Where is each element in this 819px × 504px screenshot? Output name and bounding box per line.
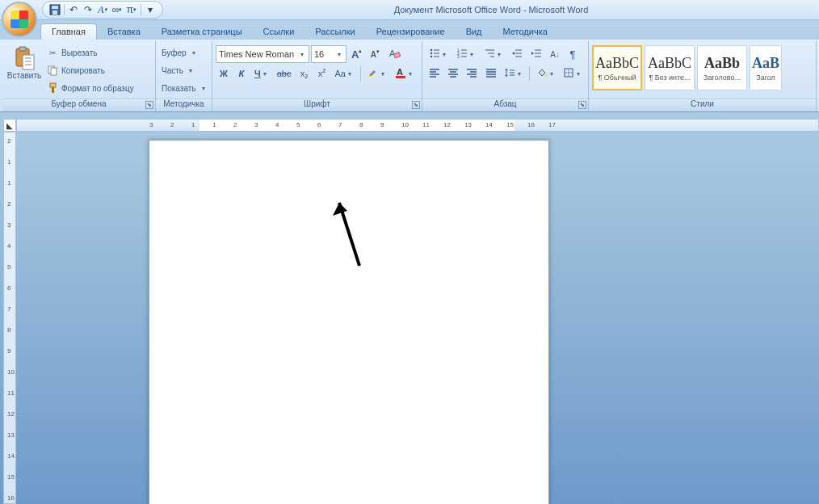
underline-button[interactable]: Ч▾	[251, 65, 272, 82]
align-left-button[interactable]	[426, 65, 443, 82]
subscript-button[interactable]: x2	[296, 65, 312, 82]
align-center-button[interactable]	[444, 65, 461, 82]
copy-label: Копировать	[61, 66, 105, 75]
style-preview: AaBbC	[648, 55, 691, 72]
change-case-button[interactable]: Aa▾	[331, 65, 356, 82]
part-button[interactable]: Часть▾	[159, 62, 210, 78]
style-heading2[interactable]: AaBЗагол	[750, 45, 782, 90]
style-heading1[interactable]: AaBbЗаголово...	[697, 45, 747, 90]
style-name: ¶ Без инте...	[649, 74, 690, 82]
style-no-spacing[interactable]: AaBbC¶ Без инте...	[645, 45, 695, 90]
tab-view[interactable]: Вид	[456, 24, 493, 40]
superscript-button[interactable]: x2	[313, 65, 330, 82]
line-spacing-button[interactable]: ▾	[501, 65, 526, 82]
align-right-icon	[466, 67, 477, 80]
paste-label: Вставить	[7, 71, 41, 80]
outdent-icon	[511, 48, 523, 61]
tab-insert[interactable]: Вставка	[97, 24, 151, 40]
ribbon: Вставить ✂Вырезать Копировать Формат по …	[0, 40, 819, 112]
vertical-ruler[interactable]: 21123456789101112131415161718	[3, 132, 16, 504]
tab-page-layout[interactable]: Разметка страницы	[151, 24, 253, 40]
multilevel-button[interactable]: ▾	[481, 45, 506, 63]
format-painter-button[interactable]: Формат по образцу	[44, 80, 136, 96]
italic-button[interactable]: К	[233, 65, 250, 82]
grow-font-button[interactable]: A▴	[348, 45, 365, 63]
numbering-button[interactable]: 123▾	[453, 45, 479, 63]
group-clipboard: Вставить ✂Вырезать Копировать Формат по …	[2, 41, 156, 111]
buffer-button[interactable]: Буфер▾	[159, 44, 210, 61]
redo-icon[interactable]: ↷	[82, 4, 94, 15]
show-button[interactable]: Показать▾	[159, 80, 210, 96]
quick-access-toolbar: ↶ ↷ A▾ ∞▾ π▾ ▾	[42, 1, 163, 19]
part-label: Часть	[162, 66, 183, 75]
highlight-button[interactable]: ▾	[364, 65, 390, 82]
cut-label: Вырезать	[61, 48, 97, 57]
strike-button[interactable]: abc	[274, 65, 295, 82]
group-paragraph-title: Абзац⬊	[422, 99, 588, 111]
undo-icon[interactable]: ↶	[68, 4, 79, 15]
show-marks-button[interactable]: ¶	[565, 45, 581, 63]
paste-button[interactable]: Вставить	[6, 43, 43, 99]
font-color-button[interactable]: A▾	[392, 65, 418, 82]
font-size-combo[interactable]: 16▾	[311, 45, 346, 63]
paragraph-launcher[interactable]: ⬊	[578, 101, 586, 109]
justify-button[interactable]	[482, 65, 499, 82]
scissors-icon: ✂	[47, 47, 58, 58]
document-page[interactable]	[149, 140, 549, 504]
decrease-indent-button[interactable]	[508, 45, 526, 63]
align-right-button[interactable]	[464, 65, 481, 82]
group-paragraph: ▾ 123▾ ▾ A↓ ¶ ▾ ▾ ▾ Абзац⬊	[422, 41, 589, 111]
tab-metodichka[interactable]: Методичка	[493, 24, 558, 40]
bullets-button[interactable]: ▾	[426, 45, 452, 63]
svg-rect-17	[396, 76, 405, 78]
style-normal[interactable]: AaBbC¶ Обычный	[592, 45, 642, 90]
group-styles-title: Стили	[589, 99, 816, 111]
buffer-label: Буфер	[162, 48, 187, 57]
bullets-icon	[429, 48, 440, 61]
indent-icon	[531, 48, 542, 61]
qat-more-icon[interactable]: ▾	[145, 4, 156, 15]
group-clipboard-title: Буфер обмена⬊	[2, 99, 155, 111]
font-name-combo[interactable]: Times New Roman▾	[216, 45, 309, 63]
svg-text:A: A	[397, 67, 403, 77]
clipboard-launcher[interactable]: ⬊	[145, 101, 153, 109]
style-preview: AaBbC	[595, 55, 639, 72]
tab-mailings[interactable]: Рассылки	[304, 24, 365, 40]
svg-rect-4	[19, 47, 26, 51]
horizontal-ruler[interactable]: 3211234567891011121314151617	[16, 119, 819, 132]
shrink-font-button[interactable]: A▾	[367, 45, 383, 63]
cut-button[interactable]: ✂Вырезать	[44, 44, 136, 61]
tab-references[interactable]: Ссылки	[253, 24, 305, 40]
justify-icon	[485, 67, 497, 80]
group-metodichka-title: Методичка	[156, 99, 212, 111]
format-painter-label: Формат по образцу	[61, 84, 134, 93]
numbering-icon: 123	[456, 48, 468, 61]
tab-review[interactable]: Рецензирование	[366, 24, 456, 40]
svg-rect-2	[52, 10, 57, 15]
infinity-icon[interactable]: ∞▾	[111, 4, 123, 15]
style-preview: AaB	[752, 55, 779, 72]
sort-button[interactable]: A↓	[547, 45, 563, 63]
borders-button[interactable]: ▾	[560, 65, 585, 82]
shading-button[interactable]: ▾	[533, 65, 558, 82]
bold-button[interactable]: Ж	[216, 65, 232, 82]
save-icon[interactable]	[49, 4, 61, 15]
font-qat-icon[interactable]: A▾	[97, 4, 108, 15]
ribbon-tabs: Главная Вставка Разметка страницы Ссылки…	[0, 22, 819, 40]
increase-indent-button[interactable]	[527, 45, 545, 63]
style-preview: AaBb	[704, 55, 740, 72]
clear-format-button[interactable]: A	[384, 45, 404, 63]
font-launcher[interactable]: ⬊	[412, 101, 420, 109]
svg-rect-12	[52, 87, 54, 93]
document-area: ◣ 3211234567891011121314151617 211234567…	[0, 112, 819, 504]
office-button[interactable]	[2, 2, 37, 37]
tab-selector[interactable]: ◣	[3, 119, 16, 132]
copy-button[interactable]: Копировать	[44, 62, 136, 78]
show-label: Показать	[162, 84, 196, 93]
font-name-value: Times New Roman	[219, 49, 298, 59]
pi-icon[interactable]: π▾	[126, 4, 137, 15]
borders-icon	[563, 67, 574, 80]
font-size-value: 16	[314, 49, 335, 59]
style-name: Заголово...	[704, 74, 741, 82]
tab-home[interactable]: Главная	[40, 23, 97, 40]
